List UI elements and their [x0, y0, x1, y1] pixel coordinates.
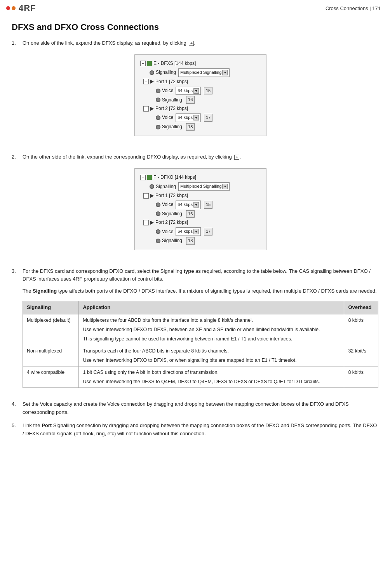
tree-port2-sig-2: Signalling 18	[156, 237, 261, 245]
tree-title-1: E - DFXS [144 kbps]	[153, 60, 196, 67]
logo-dot-orange	[12, 6, 16, 10]
step-4: 4. Set the Voice capacity and create the…	[12, 400, 378, 417]
page-info: Cross Connections | 171	[326, 5, 381, 11]
tree-signalling-2: Signalling Multiplexed Signalling ▼	[150, 182, 261, 191]
gear-icon-voice2-1	[156, 115, 160, 120]
collapse-port1-icon-2: −	[143, 193, 149, 199]
tree-port1-voice-1: Voice 64 kbps ▼ 15	[156, 87, 261, 95]
step-4-text: Set the Voice capacity and create the Vo…	[23, 400, 378, 417]
tree-port1-sig-1: Signalling 16	[156, 96, 261, 104]
step-3: 3. For the DFXS card and corresponding D…	[12, 267, 378, 395]
collapse-port2-icon-1: −	[143, 106, 149, 112]
collapse-icon-1: −	[140, 61, 146, 66]
voice2-badge-2: 17	[204, 228, 212, 236]
step-1-number: 1.	[12, 39, 23, 148]
step-5-content: Link the Port Signalling connection by d…	[23, 422, 378, 438]
tree-port1-2: − Port 1 [72 kbps]	[143, 192, 261, 199]
tree-port1-sig-2: Signalling 16	[156, 210, 261, 218]
logo-dot-red	[6, 6, 10, 10]
step-4-content: Set the Voice capacity and create the Vo…	[23, 400, 378, 417]
step-2-text: On the other side of the link, expand th…	[23, 154, 241, 160]
step-2-content: On the other side of the link, expand th…	[23, 153, 378, 262]
cell-overhead-4wire: 8 kbit/s	[344, 366, 378, 387]
cell-sig-4wire: 4 wire compatible	[23, 366, 79, 387]
expand-plus-icon-1: +	[189, 41, 194, 46]
sig-badge-2: 16	[186, 210, 195, 218]
voice2-dropdown-1[interactable]: 64 kbps ▼	[176, 113, 201, 122]
signalling-table: Signalling Application Overhead Multiple…	[23, 301, 378, 388]
logo-area: 4RF	[6, 3, 36, 13]
cell-overhead-non-multiplexed: 32 kbit/s	[344, 345, 378, 366]
green-square-icon-2	[147, 175, 152, 180]
table-header-overhead: Overhead	[344, 301, 378, 314]
step-1-text: On one side of the link, expand the DFXS…	[23, 40, 195, 46]
gear-icon-sig-1	[150, 70, 154, 75]
tree-port2-1: − Port 2 [72 kbps]	[143, 105, 261, 112]
table-row-4wire: 4 wire compatible 1 bit CAS using only t…	[23, 366, 378, 387]
step-3-intro: For the DFXS card and corresponding DFXO…	[23, 267, 378, 284]
tree-title-2: F - DFXO [144 kbps]	[153, 174, 196, 181]
cell-app-4wire: 1 bit CAS using only the A bit in both d…	[79, 366, 344, 387]
voice-arrow-1: ▼	[193, 88, 199, 94]
collapse-icon-2: −	[140, 175, 146, 180]
tree-port2-2: − Port 2 [72 kbps]	[143, 219, 261, 226]
sig2-badge-2: 18	[186, 237, 195, 245]
main-content: DFXS and DFXO Cross Connections 1. On on…	[0, 15, 390, 453]
cell-overhead-multiplexed: 8 kbit/s	[344, 314, 378, 345]
tree-root-1: − E - DFXS [144 kbps]	[140, 60, 261, 67]
port-icon-2	[150, 194, 154, 198]
tree-port1-voice-2: Voice 64 kbps ▼ 15	[156, 201, 261, 209]
tree-port2-voice-2: Voice 64 kbps ▼ 17	[156, 227, 261, 236]
signalling-dropdown-1[interactable]: Multiplexed Signalling ▼	[178, 68, 230, 77]
bold-type: type	[184, 268, 194, 274]
collapse-port1-icon-1: −	[143, 79, 149, 84]
voice-badge-2: 15	[204, 201, 212, 209]
step-1-content: On one side of the link, expand the DFXS…	[23, 39, 378, 148]
voice2-dropdown-2[interactable]: 64 kbps ▼	[176, 227, 201, 236]
screenshot-1: − E - DFXS [144 kbps] Signalling Multipl…	[134, 54, 266, 136]
tree-port2-voice-1: Voice 64 kbps ▼ 17	[156, 113, 261, 122]
tree-port1-1: − Port 1 [72 kbps]	[143, 78, 261, 85]
sig-badge-1: 16	[186, 96, 195, 104]
step-2-number: 2.	[12, 153, 23, 262]
dropdown-arrow-2: ▼	[222, 184, 228, 189]
tree-port2-sig-1: Signalling 18	[156, 123, 261, 131]
voice2-arrow-1: ▼	[193, 115, 199, 120]
port2-icon-1	[150, 107, 154, 111]
gear-icon-voice1-2	[156, 202, 160, 207]
logo-text: 4RF	[19, 3, 36, 13]
cell-app-non-multiplexed: Transports each of the four ABCD bits in…	[79, 345, 344, 366]
cell-sig-multiplexed: Multiplexed (default)	[23, 314, 79, 345]
port2-icon-2	[150, 221, 154, 225]
logo-icon	[6, 6, 16, 10]
step-5-number: 5.	[12, 422, 23, 438]
gear-icon-sig2-2	[156, 239, 160, 243]
gear-icon-sig1-2	[156, 211, 160, 216]
step-3-para2: The Signalling type affects both ports o…	[23, 287, 378, 295]
signalling-dropdown-2[interactable]: Multiplexed Signalling ▼	[178, 182, 230, 191]
voice-dropdown-1[interactable]: 64 kbps ▼	[176, 87, 201, 95]
bold-signalling: Signalling	[33, 288, 57, 294]
voice-badge-1: 15	[204, 87, 212, 95]
step-2: 2. On the other side of the link, expand…	[12, 153, 378, 262]
step-5: 5. Link the Port Signalling connection b…	[12, 422, 378, 438]
gear-icon-voice2-2	[156, 229, 160, 234]
gear-icon-sig1-1	[156, 98, 160, 102]
screenshot-2-container: − F - DFXO [144 kbps] Signalling Multipl…	[23, 165, 378, 256]
step-3-content: For the DFXS card and corresponding DFXO…	[23, 267, 378, 395]
page-title: DFXS and DFXO Cross Connections	[12, 22, 378, 32]
tree-signalling-1: Signalling Multiplexed Signalling ▼	[150, 68, 261, 77]
voice2-badge-1: 17	[204, 114, 212, 122]
voice2-arrow-2: ▼	[193, 229, 199, 234]
voice-dropdown-2[interactable]: 64 kbps ▼	[176, 201, 201, 209]
collapse-port2-icon-2: −	[143, 220, 149, 225]
step-4-number: 4.	[12, 400, 23, 417]
gear-icon-voice1	[156, 89, 160, 93]
expand-plus-icon-2: +	[234, 155, 239, 160]
step-5-text: Link the Port Signalling connection by d…	[23, 422, 378, 438]
cell-app-multiplexed: Multiplexers the four ABCD bits from the…	[79, 314, 344, 345]
table-header-signalling: Signalling	[23, 301, 79, 314]
screenshot-1-container: − E - DFXS [144 kbps] Signalling Multipl…	[23, 51, 378, 142]
voice-arrow-2: ▼	[193, 202, 199, 208]
gear-icon-sig-2	[150, 184, 154, 189]
